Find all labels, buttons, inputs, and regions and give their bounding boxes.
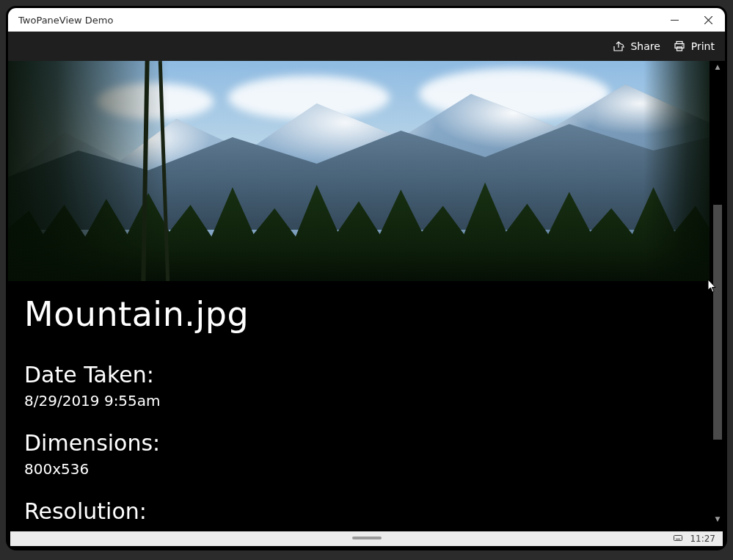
minimize-button[interactable] bbox=[657, 8, 691, 32]
scrollbar-thumb[interactable] bbox=[713, 205, 722, 440]
content-pane: Mountain.jpg Date Taken: 8/29/2019 9:55a… bbox=[8, 61, 725, 531]
scrollbar-track[interactable] bbox=[712, 73, 723, 513]
keyboard-icon[interactable] bbox=[674, 534, 682, 544]
title-bar: TwoPaneView Demo bbox=[8, 8, 725, 32]
print-icon bbox=[674, 40, 685, 52]
details-pane: Mountain.jpg Date Taken: 8/29/2019 9:55a… bbox=[8, 281, 725, 524]
svg-point-6 bbox=[682, 45, 682, 46]
share-icon bbox=[613, 40, 624, 52]
photo-preview bbox=[8, 61, 710, 281]
print-label: Print bbox=[691, 40, 715, 52]
svg-rect-8 bbox=[676, 539, 680, 539]
print-button[interactable]: Print bbox=[674, 40, 715, 52]
date-taken-label: Date Taken: bbox=[24, 362, 725, 388]
scroll-up-arrow-icon[interactable]: ▲ bbox=[712, 61, 723, 73]
date-taken-value: 8/29/2019 9:55am bbox=[24, 392, 725, 410]
dimensions-value: 800x536 bbox=[24, 460, 725, 478]
scroll-down-arrow-icon[interactable]: ▼ bbox=[712, 513, 723, 525]
close-button[interactable] bbox=[691, 8, 725, 32]
device-frame: TwoPaneView Demo Share bbox=[6, 6, 727, 550]
svg-rect-0 bbox=[671, 20, 679, 21]
grab-handle-icon[interactable] bbox=[352, 537, 382, 539]
content-area: Mountain.jpg Date Taken: 8/29/2019 9:55a… bbox=[8, 61, 725, 531]
share-button[interactable]: Share bbox=[613, 40, 660, 52]
svg-rect-5 bbox=[677, 47, 682, 51]
dimensions-label: Dimensions: bbox=[24, 430, 725, 456]
close-icon bbox=[704, 16, 712, 24]
svg-rect-7 bbox=[674, 535, 682, 540]
command-bar: Share Print bbox=[8, 32, 725, 61]
resolution-label: Resolution: bbox=[24, 498, 725, 524]
status-bar: 11:27 bbox=[10, 531, 723, 546]
vertical-scrollbar[interactable]: ▲ ▼ bbox=[712, 61, 723, 525]
minimize-icon bbox=[671, 16, 679, 24]
window-title: TwoPaneView Demo bbox=[18, 15, 113, 26]
clock: 11:27 bbox=[690, 534, 715, 544]
share-label: Share bbox=[630, 40, 660, 52]
file-name: Mountain.jpg bbox=[24, 294, 725, 334]
